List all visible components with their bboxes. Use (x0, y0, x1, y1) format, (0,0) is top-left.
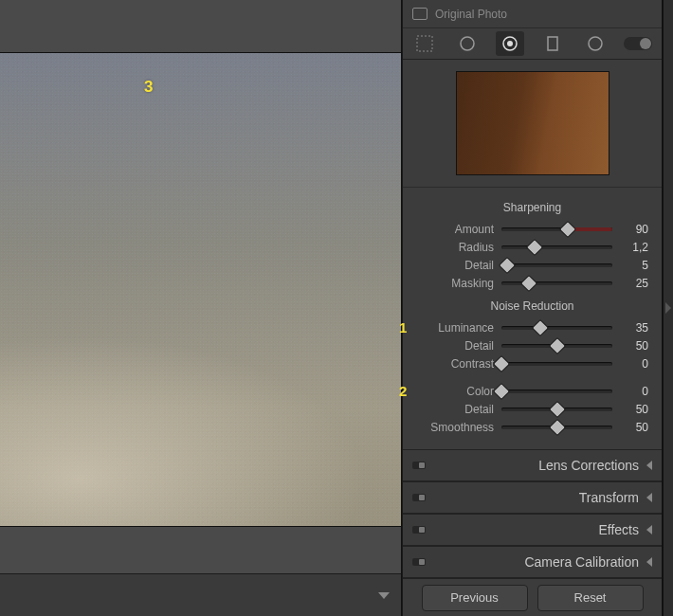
panel-switch-icon[interactable] (624, 37, 652, 50)
image-viewer[interactable]: 3 (0, 0, 401, 573)
noise-slider[interactable] (501, 318, 612, 336)
noise-value: 50 (620, 339, 648, 353)
reset-button[interactable]: Reset (537, 585, 644, 611)
noise-label: Contrast (416, 357, 494, 371)
noise-color-label: Detail (416, 403, 494, 416)
noise-label: Luminance (416, 321, 494, 335)
sharpening-value: 1,2 (620, 241, 648, 254)
noise-slider[interactable] (501, 354, 612, 372)
panel-toggle-icon[interactable] (412, 462, 426, 469)
sharpening-label: Amount (416, 223, 494, 236)
panel-lens-corrections[interactable]: Lens Corrections (403, 449, 662, 481)
sharpening-value: 25 (620, 277, 648, 290)
svg-point-1 (461, 37, 474, 50)
panel-title: Effects (433, 522, 639, 537)
detail-sliders: Sharpening Amount90Radius1,2Detail5Maski… (403, 188, 662, 449)
sharpening-slider[interactable] (501, 220, 612, 238)
photo-preview (0, 52, 401, 527)
filmstrip-bar (0, 573, 401, 616)
slider-thumb-icon[interactable] (532, 318, 549, 335)
filmstrip-expand-icon[interactable] (378, 592, 390, 599)
noise-label: Detail (416, 339, 494, 353)
slider-thumb-icon[interactable] (493, 354, 510, 371)
annotation-2: 2 (399, 383, 407, 399)
noise-title: Noise Reduction (416, 299, 648, 313)
original-photo-icon (412, 8, 427, 20)
sharpening-slider[interactable] (501, 256, 612, 274)
original-photo-row[interactable]: Original Photo (403, 0, 662, 28)
radial-filter-tool-icon[interactable] (581, 31, 609, 56)
grad-filter-tool-icon[interactable] (538, 31, 567, 56)
detail-preview (403, 60, 662, 188)
detail-preview-thumb[interactable] (456, 71, 609, 175)
panel-title: Lens Corrections (433, 458, 639, 473)
noise-color-row-smoothness: Smoothness50 (416, 418, 648, 436)
svg-point-3 (507, 41, 513, 46)
chevron-left-icon (646, 461, 652, 470)
panel-toggle-icon[interactable] (412, 558, 426, 566)
noise-color-label: Smoothness (416, 421, 494, 434)
panel-camera-calibration[interactable]: Camera Calibration (403, 546, 662, 578)
sharpening-value: 5 (620, 259, 648, 272)
previous-button[interactable]: Previous (422, 585, 528, 611)
chevron-right-icon (665, 302, 671, 314)
crop-tool-icon[interactable] (410, 31, 439, 56)
slider-thumb-icon[interactable] (559, 220, 576, 237)
chevron-left-icon (646, 525, 652, 534)
noise-color-slider[interactable] (501, 400, 612, 418)
sharpening-row-masking: Masking25 (416, 274, 648, 292)
panel-title: Transform (433, 490, 639, 505)
panel-title: Camera Calibration (433, 554, 639, 570)
sharpening-slider[interactable] (501, 238, 612, 256)
noise-slider[interactable] (501, 336, 612, 354)
chevron-left-icon (646, 557, 652, 567)
noise-color-slider[interactable] (501, 382, 612, 400)
noise-color-label: Color (416, 385, 494, 398)
svg-point-5 (589, 37, 602, 50)
panel-toggle-icon[interactable] (412, 526, 426, 534)
svg-rect-0 (417, 36, 432, 51)
svg-rect-4 (548, 37, 557, 50)
slider-thumb-icon[interactable] (493, 382, 510, 399)
slider-thumb-icon[interactable] (548, 400, 565, 417)
panel-toggle-icon[interactable] (412, 494, 426, 501)
noise-row-luminance: 1Luminance35 (416, 318, 648, 336)
annotation-3: 3 (144, 78, 153, 97)
sharpening-title: Sharpening (416, 201, 648, 214)
tool-strip (403, 28, 662, 60)
sharpening-row-amount: Amount90 (416, 220, 648, 238)
sharpening-label: Detail (416, 259, 494, 272)
original-photo-label: Original Photo (435, 8, 507, 21)
sharpening-slider[interactable] (501, 274, 612, 292)
button-row: Previous Reset (403, 578, 662, 616)
brush-tool-icon[interactable] (624, 31, 652, 56)
right-panel-expander[interactable] (663, 0, 673, 616)
noise-color-row-color: 2Color0 (416, 382, 648, 400)
slider-thumb-icon[interactable] (548, 418, 565, 435)
slider-thumb-icon[interactable] (548, 336, 565, 353)
annotation-1: 1 (399, 319, 407, 335)
sharpening-label: Radius (416, 241, 494, 254)
develop-panel: Original Photo Sh (402, 0, 663, 616)
redeye-tool-icon[interactable] (496, 31, 524, 56)
panel-effects[interactable]: Effects (403, 514, 662, 546)
sharpening-label: Masking (416, 277, 494, 290)
sharpening-row-detail: Detail5 (416, 256, 648, 274)
slider-thumb-icon[interactable] (520, 274, 537, 291)
noise-color-value: 0 (620, 385, 648, 398)
sharpening-value: 90 (620, 223, 648, 236)
slider-thumb-icon[interactable] (499, 256, 516, 273)
noise-value: 35 (620, 321, 648, 335)
noise-row-detail: Detail50 (416, 336, 648, 354)
panel-transform[interactable]: Transform (403, 481, 662, 514)
noise-color-value: 50 (620, 421, 648, 434)
slider-thumb-icon[interactable] (526, 238, 543, 255)
noise-row-contrast: Contrast0 (416, 354, 648, 372)
spot-removal-tool-icon[interactable] (453, 31, 482, 56)
sharpening-row-radius: Radius1,2 (416, 238, 648, 256)
noise-color-slider[interactable] (501, 418, 612, 436)
noise-value: 0 (620, 357, 648, 371)
noise-color-value: 50 (620, 403, 648, 416)
noise-color-row-detail: Detail50 (416, 400, 648, 418)
chevron-left-icon (646, 493, 652, 502)
